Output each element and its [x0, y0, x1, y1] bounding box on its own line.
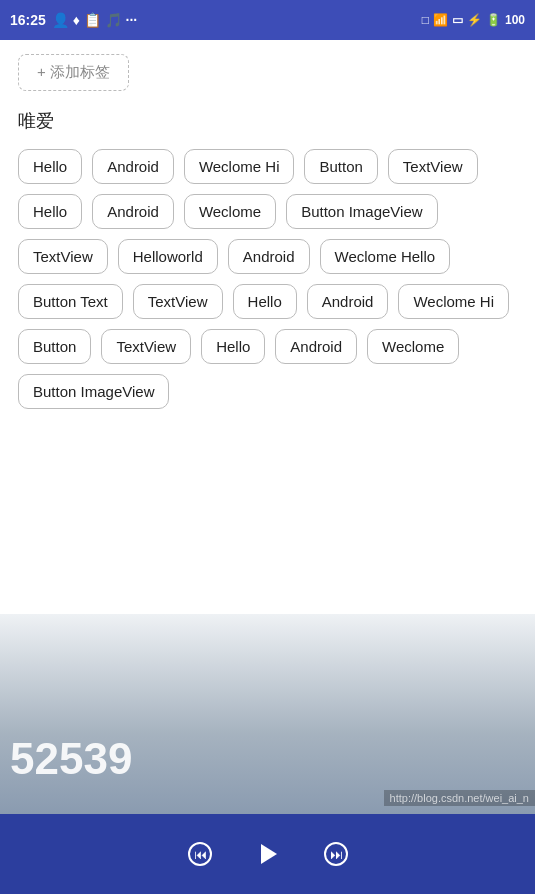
tag-item[interactable]: TextView	[388, 149, 478, 184]
tag-item[interactable]: TextView	[101, 329, 191, 364]
svg-text:⏭: ⏭	[329, 847, 342, 862]
tag-item[interactable]: Hello	[233, 284, 297, 319]
tag-item[interactable]: Android	[228, 239, 310, 274]
status-time: 16:25	[10, 12, 46, 28]
watermark: http://blog.csdn.net/wei_ai_n	[384, 790, 535, 806]
tag-item[interactable]: Weclome	[184, 194, 276, 229]
svg-text:⏮: ⏮	[193, 847, 206, 862]
tag-item[interactable]: Button Text	[18, 284, 123, 319]
status-right: □ 📶 ▭ ⚡ 🔋 100	[422, 13, 525, 27]
tag-item[interactable]: Weclome Hi	[184, 149, 295, 184]
tag-item[interactable]: Android	[92, 194, 174, 229]
status-bar: 16:25 👤 ♦ 📋 🎵 ··· □ 📶 ▭ ⚡ 🔋 100	[0, 0, 535, 40]
bottom-number: 52539	[10, 734, 132, 784]
bottom-nav: ⏮ ⏭	[0, 814, 535, 894]
tag-item[interactable]: Android	[275, 329, 357, 364]
battery-frame-icon: ▭	[452, 13, 463, 27]
nav-forward-button[interactable]: ⏭	[323, 841, 349, 867]
add-tag-button[interactable]: + 添加标签	[18, 54, 129, 91]
bolt-icon: ⚡	[467, 13, 482, 27]
svg-marker-2	[261, 844, 277, 864]
wifi-icon: 📶	[433, 13, 448, 27]
tag-item[interactable]: Weclome Hi	[398, 284, 509, 319]
nav-back-button[interactable]: ⏮	[187, 841, 213, 867]
tag-item[interactable]: Hello	[18, 149, 82, 184]
tag-item[interactable]: Button ImageView	[18, 374, 169, 409]
battery-percent: 100	[505, 13, 525, 27]
tag-item[interactable]: TextView	[133, 284, 223, 319]
bottom-gradient-area: 52539	[0, 614, 535, 814]
tag-item[interactable]: Helloworld	[118, 239, 218, 274]
tag-cloud: HelloAndroidWeclome HiButtonTextViewHell…	[18, 149, 517, 409]
tag-item[interactable]: Button ImageView	[286, 194, 437, 229]
tag-item[interactable]: Button	[18, 329, 91, 364]
nav-play-button[interactable]	[253, 839, 283, 869]
status-left: 16:25 👤 ♦ 📋 🎵 ···	[10, 12, 137, 28]
signal-icon: □	[422, 13, 429, 27]
section-label: 唯爱	[18, 109, 517, 133]
tag-item[interactable]: Weclome	[367, 329, 459, 364]
main-content: + 添加标签 唯爱 HelloAndroidWeclome HiButtonTe…	[0, 40, 535, 423]
tag-item[interactable]: Hello	[201, 329, 265, 364]
tag-item[interactable]: Android	[307, 284, 389, 319]
tag-item[interactable]: Button	[304, 149, 377, 184]
status-icons: 👤 ♦ 📋 🎵 ···	[52, 12, 137, 28]
tag-item[interactable]: Android	[92, 149, 174, 184]
battery-icon: 🔋	[486, 13, 501, 27]
tag-item[interactable]: Hello	[18, 194, 82, 229]
add-tag-label: + 添加标签	[37, 63, 110, 82]
tag-item[interactable]: Weclome Hello	[320, 239, 451, 274]
tag-item[interactable]: TextView	[18, 239, 108, 274]
